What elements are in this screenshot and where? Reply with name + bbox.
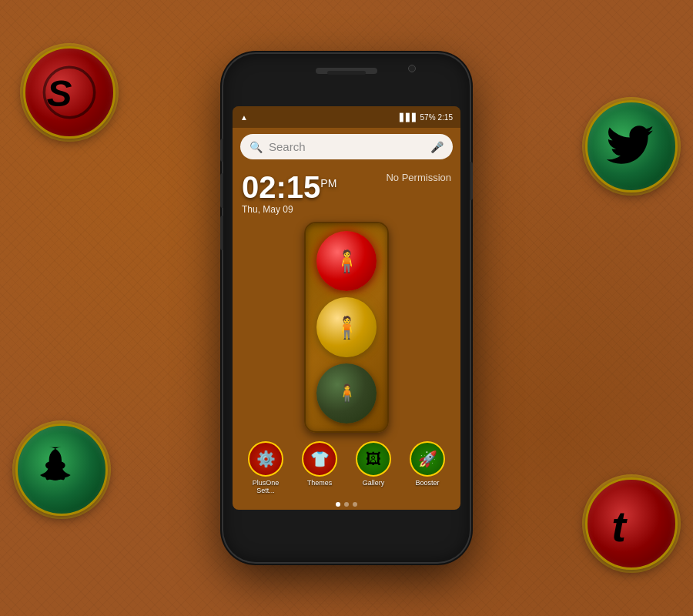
status-time: 2:15	[438, 113, 453, 122]
red-light: 🧍	[316, 231, 377, 291]
clock-display: 02:15PM Thu, May 09	[242, 172, 336, 215]
settings-app-label: PlusOne Sett...	[243, 479, 288, 494]
status-carrier: ▲	[240, 113, 248, 122]
themes-app-icon: 👕	[302, 441, 337, 477]
clock-date: Thu, May 09	[242, 204, 336, 215]
status-bar: ▲ ▋▋▋ 57% 2:15	[233, 106, 460, 128]
search-icon: 🔍	[249, 141, 263, 153]
app-booster[interactable]: 🚀 Booster	[405, 441, 450, 494]
twitter-icon[interactable]	[585, 100, 678, 192]
gallery-app-icon: 🖼	[356, 441, 391, 477]
booster-app-icon: 🚀	[410, 441, 445, 477]
phone-volume-down-button	[220, 216, 223, 250]
yellow-light: 🧍	[316, 297, 377, 357]
dot-1	[336, 502, 340, 507]
phone-volume-up-button	[220, 173, 223, 208]
svg-text:t: t	[611, 502, 628, 551]
signal-bars: ▋▋▋	[400, 113, 418, 122]
app-gallery[interactable]: 🖼 Gallery	[351, 441, 396, 494]
search-bar[interactable]: 🔍 Search 🎤	[240, 134, 453, 159]
app-grid: ⚙️ PlusOne Sett... 👕 Themes 🖼 Gallery 🚀 …	[233, 437, 460, 499]
traffic-light-container: 🧍 🧍 🧍	[233, 222, 460, 433]
skype-icon[interactable]: S	[23, 46, 116, 139]
phone-mute-button	[220, 139, 223, 162]
notification-text: No Permission	[386, 172, 451, 183]
microphone-icon[interactable]: 🎤	[430, 141, 444, 153]
phone-camera	[408, 65, 416, 72]
phone-screen: ▲ ▋▋▋ 57% 2:15 🔍 Search 🎤 02:15PM Thu, M…	[233, 106, 460, 510]
snapchat-icon[interactable]	[15, 424, 108, 516]
app-themes[interactable]: 👕 Themes	[297, 441, 342, 494]
dot-2	[344, 502, 349, 507]
gallery-app-label: Gallery	[363, 479, 385, 487]
booster-app-label: Booster	[415, 479, 439, 487]
dot-3	[353, 502, 357, 507]
status-right: ▋▋▋ 57% 2:15	[400, 113, 453, 122]
phone-frame: ▲ ▋▋▋ 57% 2:15 🔍 Search 🎤 02:15PM Thu, M…	[223, 54, 470, 562]
phone-speaker	[327, 71, 366, 75]
app-plusone-settings[interactable]: ⚙️ PlusOne Sett...	[243, 441, 288, 494]
themes-app-label: Themes	[307, 479, 333, 487]
tumblr-icon[interactable]: t	[585, 477, 678, 570]
traffic-light: 🧍 🧍 🧍	[304, 222, 389, 433]
green-light: 🧍	[316, 363, 377, 424]
status-left: ▲	[240, 113, 248, 122]
phone-power-button	[470, 162, 473, 200]
red-figure: 🧍	[333, 249, 360, 274]
search-placeholder: Search	[269, 140, 424, 153]
green-figure: 🧍	[336, 383, 357, 403]
clock-area: 02:15PM Thu, May 09 No Permission	[233, 166, 460, 218]
page-indicator	[233, 499, 460, 510]
battery-level: 57%	[420, 113, 436, 122]
settings-app-icon: ⚙️	[248, 441, 283, 477]
clock-time: 02:15PM	[242, 172, 336, 203]
yellow-figure: 🧍	[333, 315, 360, 340]
